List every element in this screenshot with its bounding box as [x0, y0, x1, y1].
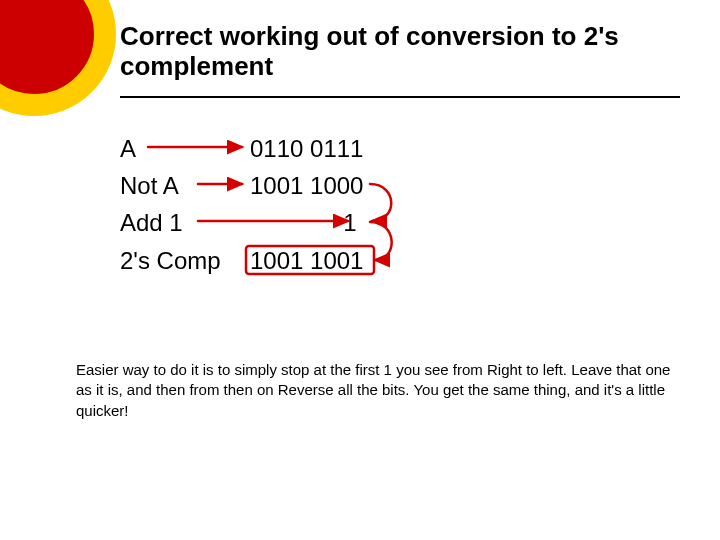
title-underline: [120, 96, 680, 98]
row-value: 1001 1001: [250, 242, 363, 279]
row-a: A 0110 0111: [120, 130, 680, 167]
row-value: 1: [250, 204, 357, 241]
working-block: A 0110 0111 Not A 1001 1000 Add 1 1 2's …: [120, 130, 680, 279]
row-label: 2's Comp: [120, 242, 250, 279]
row-value: 0110 0111: [250, 130, 363, 167]
row-value: 1001 1000: [250, 167, 363, 204]
row-not-a: Not A 1001 1000: [120, 167, 680, 204]
corner-decoration: [0, 0, 116, 116]
row-label: A: [120, 130, 250, 167]
slide-title: Correct working out of conversion to 2's…: [120, 22, 680, 82]
row-twos-comp: 2's Comp 1001 1001: [120, 242, 680, 279]
slide: Correct working out of conversion to 2's…: [0, 0, 720, 540]
row-label: Add 1: [120, 204, 250, 241]
footnote-text: Easier way to do it is to simply stop at…: [76, 360, 681, 421]
row-add-1: Add 1 1: [120, 204, 680, 241]
row-label: Not A: [120, 167, 250, 204]
